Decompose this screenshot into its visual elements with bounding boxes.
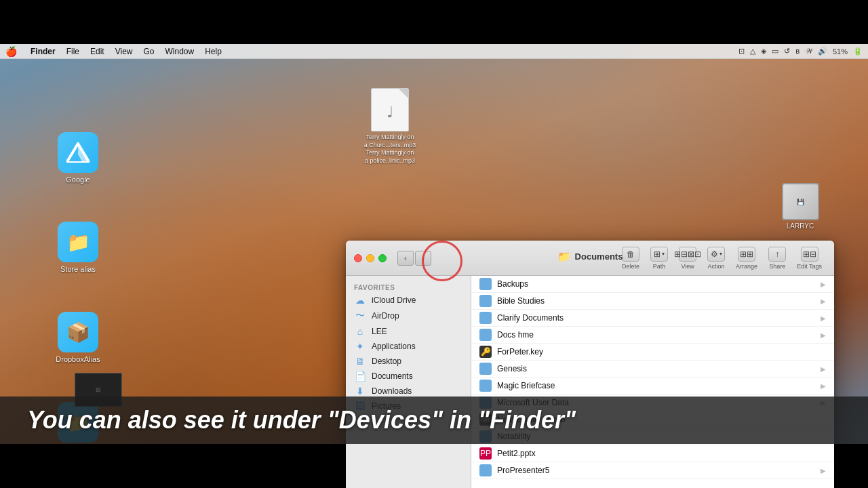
applications-icon: ✦ <box>354 341 366 352</box>
file-row-clarify[interactable]: Clarify Documents ▶ <box>471 310 834 327</box>
file-name-magic-briefcase: Magic Briefcase <box>497 381 821 390</box>
folder-icon <box>479 278 492 290</box>
drive-icon: △ <box>750 47 755 56</box>
key-file-icon: 🔑 <box>479 346 492 358</box>
file-row-petit[interactable]: PP Petit2.pptx <box>471 445 834 462</box>
dropbox-icon: ◈ <box>761 47 766 56</box>
store-folder-icon: 📁 <box>58 222 98 262</box>
applications-label: Applications <box>372 342 416 351</box>
music-note-icon: ♩ <box>387 104 393 121</box>
edit-tags-button[interactable]: ⊞⊟ Edit Tags <box>793 245 826 271</box>
edit-tags-label: Edit Tags <box>797 263 822 270</box>
nav-buttons: ‹ › <box>397 251 431 266</box>
path-label: Path <box>653 263 666 270</box>
music-file-name: Terry Mattingly on a Churc...ters..mp3 T… <box>364 134 416 165</box>
menu-go[interactable]: Go <box>138 47 160 56</box>
sidebar-item-applications[interactable]: ✦ Applications <box>346 339 471 354</box>
expand-arrow-clarify: ▶ <box>821 314 826 322</box>
sidebar-item-icloud[interactable]: ☁ iCloud Drive <box>346 293 471 308</box>
file-row-proposer5[interactable]: ProPresenter5 ▶ <box>471 462 834 479</box>
back-button[interactable]: ‹ <box>397 251 414 266</box>
file-row-genesis[interactable]: Genesis ▶ <box>471 361 834 378</box>
home-icon: ⌂ <box>354 326 366 337</box>
file-row-bible-studies[interactable]: Bible Studies ▶ <box>471 293 834 310</box>
expand-arrow-genesis: ▶ <box>821 365 826 373</box>
file-row-docs-hme[interactable]: Docs hme ▶ <box>471 327 834 344</box>
volume-icon: 🔊 <box>818 47 827 56</box>
file-row-backups[interactable]: Backups ▶ <box>471 276 834 293</box>
letterbox-top <box>0 0 868 44</box>
finder-window-title: Documents <box>575 251 623 262</box>
expand-arrow-backups: ▶ <box>821 281 826 288</box>
file-name-backups: Backups <box>497 279 821 289</box>
desktop-sidebar-icon: 🖥 <box>354 356 366 367</box>
action-button[interactable]: ⚙▾ Action <box>703 245 729 271</box>
larry-disk[interactable]: 💾 LARRYC <box>776 183 824 230</box>
arrange-label: Arrange <box>736 263 757 270</box>
music-file[interactable]: ♩ Terry Mattingly on a Churc...ters..mp3… <box>363 88 417 165</box>
expand-arrow-bible: ▶ <box>821 298 826 305</box>
action-icon: ⚙▾ <box>707 247 725 262</box>
desktop-icon-google[interactable]: Google <box>51 132 105 184</box>
finder-content: Favorites ☁ iCloud Drive 〜 AirDrop ⌂ LEE… <box>346 276 834 488</box>
airdrop-label: AirDrop <box>372 311 399 321</box>
pptx-file-icon: PP <box>479 447 492 460</box>
expand-arrow-magic: ▶ <box>821 382 826 390</box>
apple-logo[interactable]: 🍎 <box>5 46 17 57</box>
lee-label: LEE <box>372 327 387 336</box>
expand-arrow-docs: ▶ <box>821 331 826 339</box>
caption-text: You can also see it under "Devices" in "… <box>27 406 576 434</box>
bluetooth-icon: ʙ <box>795 47 800 56</box>
share-button[interactable]: ↑ Share <box>764 245 790 271</box>
documents-sidebar-icon: 📄 <box>354 371 366 382</box>
file-row-magic-briefcase[interactable]: Magic Briefcase ▶ <box>471 378 834 394</box>
menu-finder[interactable]: Finder <box>25 47 61 56</box>
finder-title: 📁 Documents <box>557 250 623 263</box>
view-button[interactable]: ⊞⊟⊠⊡ View <box>675 245 701 271</box>
sidebar-item-documents[interactable]: 📄 Documents <box>346 369 471 384</box>
file-name-docs-hme: Docs hme <box>497 330 821 340</box>
arrange-button[interactable]: ⊞⊞ Arrange <box>732 245 762 271</box>
sidebar-item-desktop[interactable]: 🖥 Desktop <box>346 354 471 369</box>
share-icon: ↑ <box>768 247 786 262</box>
screenshot-icon: ⊡ <box>738 47 745 56</box>
menubar: 🍎 Finder File Edit View Go Window Help ⊡… <box>0 44 868 59</box>
menu-help[interactable]: Help <box>199 47 227 56</box>
file-name-petit: Petit2.pptx <box>497 449 826 458</box>
dropbox-label: DropboxAlias <box>56 355 100 363</box>
expand-arrow-proposer: ▶ <box>821 467 826 474</box>
sidebar-item-airdrop[interactable]: 〜 AirDrop <box>346 308 471 324</box>
delete-icon: 🗑 <box>622 247 639 262</box>
google-icon <box>58 132 98 173</box>
downloads-label: Downloads <box>372 386 412 396</box>
caption-bar: You can also see it under "Devices" in "… <box>0 396 868 444</box>
file-row-for-peter[interactable]: 🔑 ForPeter.key <box>471 344 834 361</box>
desktop-icon-store[interactable]: 📁 Store alias <box>51 222 105 273</box>
close-button[interactable] <box>354 254 362 262</box>
desktop-icon-dropbox[interactable]: 📦 DropboxAlias <box>51 312 105 363</box>
music-file-icon: ♩ <box>371 88 409 131</box>
file-name-for-peter: ForPeter.key <box>497 347 826 357</box>
sidebar-item-lee[interactable]: ⌂ LEE <box>346 324 471 339</box>
finder-toolbar: ‹ › 📁 Documents 🗑 Delete ⊞▾ Path ⊞⊟ <box>346 241 834 276</box>
disk-icon: 💾 <box>782 183 819 220</box>
path-icon: ⊞▾ <box>650 247 668 262</box>
traffic-lights <box>354 254 387 262</box>
maximize-button[interactable] <box>378 254 387 262</box>
menu-view[interactable]: View <box>110 47 138 56</box>
view-icon: ⊞⊟⊠⊡ <box>679 247 696 262</box>
menu-file[interactable]: File <box>61 47 85 56</box>
minimize-button[interactable] <box>366 254 374 262</box>
path-button[interactable]: ⊞▾ Path <box>646 245 672 271</box>
action-label: Action <box>708 263 725 270</box>
menu-edit[interactable]: Edit <box>85 47 110 56</box>
desktop: 🍎 Finder File Edit View Go Window Help ⊡… <box>0 0 868 488</box>
view-label: View <box>681 263 694 270</box>
forward-button[interactable]: › <box>415 251 431 266</box>
store-label: Store alias <box>60 265 96 273</box>
documents-sidebar-label: Documents <box>372 371 413 381</box>
share-label: Share <box>769 263 785 270</box>
finder-filelist: Backups ▶ Bible Studies ▶ Clarify Docume… <box>471 276 834 488</box>
menu-window[interactable]: Window <box>160 47 200 56</box>
icloud-icon: ☁ <box>354 295 366 306</box>
